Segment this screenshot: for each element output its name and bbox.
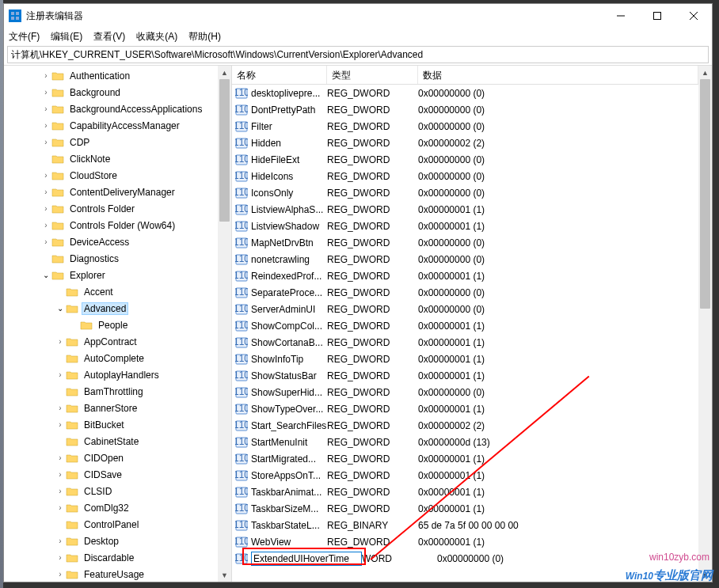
tree-item[interactable]: ⌄Explorer [4, 267, 218, 283]
registry-value-row[interactable]: 110ExtendedUIHoverTimeWORD0x00000000 (0) [232, 550, 698, 567]
menu-view[interactable]: 查看(V) [93, 30, 125, 44]
chevron-right-icon[interactable]: › [55, 469, 66, 480]
tree-item[interactable]: ›CDP [4, 134, 218, 150]
tree-item[interactable]: ›ContentDeliveryManager [4, 184, 218, 200]
chevron-right-icon[interactable]: › [55, 403, 66, 414]
chevron-right-icon[interactable]: › [40, 120, 51, 131]
registry-value-row[interactable]: 110ShowSuperHid...REG_DWORD0x00000000 (0… [232, 384, 698, 400]
registry-value-row[interactable]: 110SeparateProce...REG_DWORD0x00000000 (… [232, 284, 698, 301]
chevron-down-icon[interactable]: ⌄ [55, 303, 66, 314]
scroll-thumb[interactable] [219, 79, 230, 222]
tree-item[interactable]: People [4, 317, 218, 333]
chevron-right-icon[interactable]: › [40, 220, 51, 231]
col-type[interactable]: 类型 [327, 66, 418, 84]
chevron-right-icon[interactable]: › [40, 104, 51, 115]
tree-item[interactable]: ›BannerStore [4, 400, 218, 416]
tree-item[interactable]: ›CIDSave [4, 466, 218, 483]
registry-value-row[interactable]: 110ReindexedProf...REG_DWORD0x00000001 (… [232, 267, 698, 284]
chevron-right-icon[interactable]: › [40, 237, 51, 248]
menu-favorites[interactable]: 收藏夹(A) [136, 30, 177, 44]
registry-value-row[interactable]: 110HiddenREG_DWORD0x00000002 (2) [232, 135, 698, 151]
registry-value-row[interactable]: 110HideIconsREG_DWORD0x00000000 (0) [232, 168, 698, 184]
chevron-right-icon[interactable]: › [55, 486, 66, 497]
chevron-right-icon[interactable]: › [40, 137, 51, 148]
registry-value-row[interactable]: 110ListviewAlphaS...REG_DWORD0x00000001 … [232, 201, 698, 218]
tree-item[interactable]: AutoComplete [4, 350, 218, 366]
chevron-right-icon[interactable]: › [55, 503, 66, 514]
registry-value-row[interactable]: 110HideFileExtREG_DWORD0x00000000 (0) [232, 151, 698, 168]
menu-file[interactable]: 文件(F) [9, 30, 40, 44]
registry-value-row[interactable]: 110ListviewShadowREG_DWORD0x00000001 (1) [232, 218, 698, 234]
chevron-down-icon[interactable]: ⌄ [40, 270, 51, 281]
close-button[interactable] [675, 4, 712, 28]
tree-item[interactable]: ›Desktop [4, 533, 218, 549]
chevron-right-icon[interactable]: › [40, 187, 51, 198]
tree-item[interactable]: ›Authentication [4, 67, 218, 84]
menu-edit[interactable]: 编辑(E) [51, 30, 82, 44]
tree-item[interactable]: ›BackgroundAccessApplications [4, 101, 218, 117]
titlebar[interactable]: 注册表编辑器 [4, 4, 712, 28]
registry-value-row[interactable]: 110StartMenuInitREG_DWORD0x0000000d (13) [232, 434, 698, 450]
tree-item[interactable]: ClickNote [4, 150, 218, 167]
tree-item[interactable]: ›CIDOpen [4, 450, 218, 466]
registry-value-row[interactable]: 110desktoplivepre...REG_DWORD0x00000000 … [232, 85, 698, 101]
tree-item[interactable]: ›Discardable [4, 549, 218, 566]
address-bar[interactable]: 计算机\HKEY_CURRENT_USER\Software\Microsoft… [7, 46, 709, 63]
registry-value-row[interactable]: 110DontPrettyPathREG_DWORD0x00000000 (0) [232, 101, 698, 118]
chevron-right-icon[interactable]: › [40, 70, 51, 82]
registry-value-row[interactable]: 110ServerAdminUIREG_DWORD0x00000000 (0) [232, 301, 698, 317]
tree-item[interactable]: Diagnostics [4, 250, 218, 267]
chevron-right-icon[interactable]: › [40, 87, 51, 98]
chevron-right-icon[interactable]: › [55, 419, 66, 431]
registry-value-row[interactable]: 110Start_SearchFilesREG_DWORD0x00000002 … [232, 417, 698, 434]
registry-value-row[interactable]: 110WebViewREG_DWORD0x00000001 (1) [232, 533, 698, 550]
rename-input[interactable]: ExtendedUIHoverTime [251, 552, 362, 566]
tree-item[interactable]: BamThrottling [4, 383, 218, 400]
chevron-right-icon[interactable]: › [55, 536, 66, 547]
tree-item[interactable]: ›CLSID [4, 483, 218, 499]
tree-item[interactable]: ›Controls Folder [4, 200, 218, 217]
tree-item[interactable]: ⌄Advanced [4, 300, 218, 317]
chevron-right-icon[interactable]: › [55, 552, 66, 563]
col-data[interactable]: 数据 [418, 66, 698, 84]
scroll-down-icon[interactable]: ▼ [218, 568, 231, 582]
tree-item[interactable]: ›Controls Folder (Wow64) [4, 217, 218, 233]
tree-item[interactable]: ›CloudStore [4, 167, 218, 184]
registry-value-row[interactable]: 110StoreAppsOnT...REG_DWORD0x00000001 (1… [232, 467, 698, 484]
registry-value-row[interactable]: 110nonetcrawlingREG_DWORD0x00000000 (0) [232, 251, 698, 267]
tree-item[interactable]: ›Background [4, 84, 218, 101]
registry-value-row[interactable]: 110FilterREG_DWORD0x00000000 (0) [232, 118, 698, 135]
registry-value-row[interactable]: 110TaskbarStateL...REG_BINARY65 de 7a 5f… [232, 517, 698, 533]
chevron-right-icon[interactable]: › [55, 453, 66, 464]
tree-item[interactable]: CabinetState [4, 433, 218, 450]
chevron-right-icon[interactable]: › [40, 203, 51, 214]
scroll-up-icon[interactable]: ▲ [698, 66, 712, 79]
registry-value-row[interactable]: 110ShowTypeOver...REG_DWORD0x00000001 (1… [232, 400, 698, 417]
tree-item[interactable]: ›AppContract [4, 333, 218, 350]
tree-item[interactable]: ›ComDlg32 [4, 499, 218, 516]
tree-item[interactable]: ›BitBucket [4, 416, 218, 433]
list-scrollbar[interactable]: ▲ ▼ [698, 66, 712, 582]
scroll-up-icon[interactable]: ▲ [218, 66, 231, 79]
scroll-thumb[interactable] [700, 79, 710, 309]
tree-item[interactable]: ›CapabilityAccessManager [4, 117, 218, 134]
registry-value-row[interactable]: 110ShowStatusBarREG_DWORD0x00000001 (1) [232, 367, 698, 384]
menu-help[interactable]: 帮助(H) [188, 30, 221, 44]
registry-value-row[interactable]: 110IconsOnlyREG_DWORD0x00000000 (0) [232, 184, 698, 201]
tree-item[interactable]: Accent [4, 283, 218, 300]
tree-item[interactable]: ControlPanel [4, 516, 218, 533]
registry-value-row[interactable]: 110ShowCortanaB...REG_DWORD0x00000001 (1… [232, 334, 698, 351]
minimize-button[interactable] [603, 4, 639, 28]
chevron-right-icon[interactable]: › [55, 569, 66, 580]
col-name[interactable]: 名称 [232, 66, 327, 84]
tree-item[interactable]: ›DeviceAccess [4, 233, 218, 250]
registry-value-row[interactable]: 110StartMigrated...REG_DWORD0x00000001 (… [232, 450, 698, 467]
chevron-right-icon[interactable]: › [55, 370, 66, 381]
chevron-right-icon[interactable]: › [55, 336, 66, 347]
registry-value-row[interactable]: 110ShowInfoTipREG_DWORD0x00000001 (1) [232, 351, 698, 367]
registry-value-row[interactable]: 110TaskbarSizeM...REG_DWORD0x00000001 (1… [232, 500, 698, 517]
registry-value-row[interactable]: 110MapNetDrvBtnREG_DWORD0x00000000 (0) [232, 234, 698, 251]
maximize-button[interactable] [639, 4, 675, 28]
chevron-right-icon[interactable]: › [40, 170, 51, 181]
tree-scrollbar[interactable]: ▲ ▼ [218, 66, 231, 582]
